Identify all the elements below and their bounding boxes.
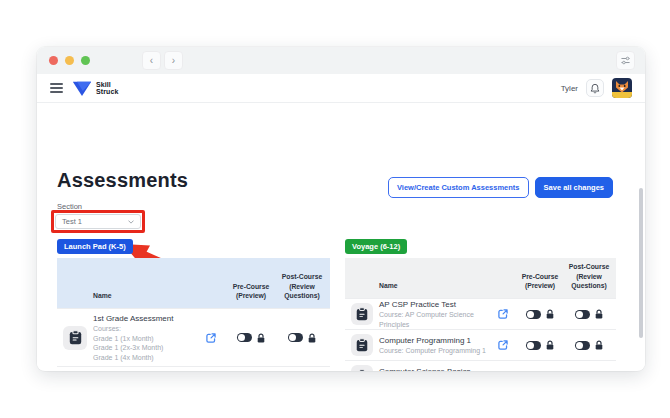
lock-icon[interactable] [257, 333, 265, 343]
voyage-badge: Voyage (6-12) [345, 239, 407, 254]
courses-label: Courses: [93, 324, 206, 334]
course-item: Grade 1 (2x-3x Month) [93, 343, 206, 353]
lock-icon[interactable] [308, 333, 316, 343]
lock-icon[interactable] [546, 309, 554, 319]
assessment-name: Computer Science Basics [379, 366, 498, 371]
brand-name: Skill Struck [96, 81, 118, 95]
voyage-table: Name Pre-Course (Preview) Post-Course (R… [345, 258, 616, 371]
scrollbar-thumb[interactable] [639, 188, 643, 338]
table-row: Computer Programming 1 Course: Computer … [345, 329, 616, 360]
post-course-toggle[interactable] [288, 333, 303, 342]
clipboard-icon [356, 369, 368, 371]
fox-avatar-icon [612, 78, 632, 98]
pre-course-toggle[interactable] [526, 341, 541, 350]
assessment-icon [351, 303, 373, 325]
traffic-lights [49, 56, 90, 65]
column-header-name: Name [93, 291, 206, 301]
assessment-icon [351, 334, 373, 356]
section-select-value: Test 1 [62, 217, 82, 226]
user-name: Tyler [561, 84, 578, 93]
chevron-down-icon [128, 220, 134, 224]
assessment-name: 1st Grade Assessment [93, 313, 206, 324]
clipboard-icon [356, 307, 368, 321]
browser-back-button[interactable]: ‹ [142, 51, 161, 70]
app-header: Skill Struck Tyler [37, 74, 645, 103]
bell-icon [590, 83, 600, 94]
external-link-icon [206, 333, 216, 343]
tune-icon [619, 54, 632, 67]
pre-course-toggle[interactable] [237, 333, 252, 342]
notifications-button[interactable] [586, 79, 604, 97]
browser-forward-button[interactable]: › [164, 51, 183, 70]
browser-nav-buttons: ‹ › [142, 51, 183, 70]
brand-line2: Struck [96, 88, 118, 95]
maximize-window-button[interactable] [81, 56, 90, 65]
course-item: Grade 1 (1x Month) [93, 334, 206, 344]
annotation-highlight-box: Test 1 [51, 210, 145, 233]
page-actions: View/Create Custom Assessments Save all … [388, 177, 613, 198]
table-row: Computer Science Basics Course: Computer… [345, 360, 616, 371]
browser-toolbar: ‹ › [37, 47, 645, 74]
post-course-toggle[interactable] [575, 310, 590, 319]
main-content: Assessments View/Create Custom Assessmen… [37, 103, 645, 370]
save-all-changes-button[interactable]: Save all changes [535, 177, 613, 198]
table-row: 1st Grade Assessment Courses: Grade 1 (1… [57, 308, 330, 366]
external-link-icon [498, 309, 508, 319]
voyage-table-header: Name Pre-Course (Preview) Post-Course (R… [345, 258, 616, 298]
column-header-pre-course: Pre-Course (Preview) [518, 272, 562, 291]
open-assessment-link[interactable] [206, 333, 216, 343]
pre-course-toggle[interactable] [526, 310, 541, 319]
page-background: ‹ › Skill [0, 0, 670, 418]
column-header-pre-course: Pre-Course (Preview) [228, 282, 274, 301]
column-header-post-course: Post-Course (Review Questions) [274, 272, 330, 301]
assessment-icon [63, 326, 87, 350]
brand-line1: Skill [96, 81, 118, 88]
post-course-toggle[interactable] [575, 341, 590, 350]
close-window-button[interactable] [49, 56, 58, 65]
external-link-icon [498, 340, 508, 350]
launchpad-table: Name Pre-Course (Preview) Post-Course (R… [57, 258, 330, 371]
table-row: 2nd Grade Assessment Courses: Grade 2 (2… [57, 366, 330, 371]
assessment-icon [351, 365, 373, 371]
hamburger-menu-icon[interactable] [50, 83, 63, 93]
section-select[interactable]: Test 1 [55, 214, 141, 229]
course-subtitle: Course: AP Computer Science Principles [379, 310, 498, 329]
page-title: Assessments [57, 169, 188, 192]
launchpad-badge: Launch Pad (K-5) [57, 239, 133, 254]
lock-icon[interactable] [546, 340, 554, 350]
open-assessment-link[interactable] [498, 309, 508, 319]
launchpad-table-header: Name Pre-Course (Preview) Post-Course (R… [57, 258, 330, 308]
browser-menu-button[interactable] [616, 51, 635, 70]
column-header-name: Name [379, 281, 498, 291]
browser-window: ‹ › Skill [37, 47, 645, 371]
course-subtitle: Course: Computer Programming 1 [379, 346, 498, 356]
course-item: Grade 1 (4x Month) [93, 353, 206, 363]
skill-struck-logo[interactable] [72, 80, 92, 97]
clipboard-icon [356, 338, 368, 352]
user-avatar[interactable] [612, 78, 632, 98]
clipboard-icon [69, 330, 82, 345]
table-row: AP CSP Practice Test Course: AP Computer… [345, 298, 616, 329]
assessment-name: AP CSP Practice Test [379, 299, 498, 310]
column-header-post-course: Post-Course (Review Questions) [562, 262, 616, 291]
lock-icon[interactable] [595, 340, 603, 350]
view-create-custom-assessments-button[interactable]: View/Create Custom Assessments [388, 177, 529, 198]
lock-icon[interactable] [595, 309, 603, 319]
assessment-name: Computer Programming 1 [379, 335, 498, 346]
open-assessment-link[interactable] [498, 340, 508, 350]
minimize-window-button[interactable] [65, 56, 74, 65]
logo-triangle-icon [72, 80, 92, 97]
